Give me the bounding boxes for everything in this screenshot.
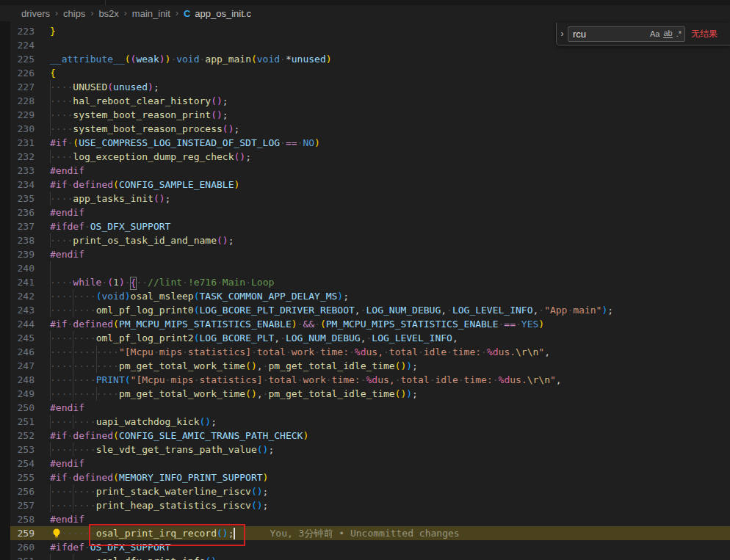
code-token: ············: [50, 388, 119, 399]
code-line[interactable]: 242········(void)osal_msleep(TASK_COMMON…: [0, 289, 730, 303]
code-token: mips: [170, 374, 193, 385]
code-line[interactable]: 254#endif: [0, 457, 730, 470]
code-token: CONFIG_SAMPLE_ENABLE: [119, 179, 234, 190]
find-input[interactable]: rcu Aa ab .*: [568, 26, 685, 42]
code-line[interactable]: 237#ifdef·OS_DFX_SUPPORT: [0, 219, 730, 233]
code-token: ·: [286, 346, 292, 357]
code-token: ····: [50, 123, 73, 134]
code-token: mips: [159, 346, 182, 357]
code-line[interactable]: 241····while·(1)·{··//lint·!e716·Main·Lo…: [0, 275, 730, 289]
editor-left-margin: [0, 21, 10, 560]
code-line[interactable]: 245········oml_pf_log_print2(LOG_BCORE_P…: [0, 331, 730, 345]
code-token: "App: [544, 305, 567, 316]
code-token: 1: [113, 277, 119, 288]
code-line[interactable]: 230····system_boot_reason_process();: [0, 122, 730, 136]
breadcrumb-item-main-init[interactable]: main_init: [132, 8, 170, 19]
code-line[interactable]: 243········oml_pf_log_print0(LOG_BCORE_P…: [0, 303, 730, 317]
code-line[interactable]: 227····UNUSED(unused);: [0, 80, 730, 94]
code-token: #endif: [50, 514, 84, 525]
code-line[interactable]: 235····app_tasks_init();: [0, 192, 730, 206]
match-case-icon[interactable]: Aa: [650, 30, 659, 38]
code-line[interactable]: 231#if·(USE_COMPRESS_LOG_INSTEAD_OF_SDT_…: [0, 136, 730, 150]
code-line[interactable]: 225__attribute__((weak))·void·app_main(v…: [0, 52, 730, 66]
code-token: {: [50, 68, 56, 79]
breadcrumb-item-file[interactable]: app_os_init.c: [195, 8, 251, 19]
code-line[interactable]: 258#endif: [0, 512, 730, 526]
code-token: #if: [50, 137, 67, 148]
code-line[interactable]: 239#endif: [0, 247, 730, 261]
code-token: ): [314, 137, 320, 148]
code-line[interactable]: 248········PRINT("[Mcpu·mips·statistics]…: [0, 373, 730, 387]
code-line[interactable]: 255#if·defined(MEMORY_INFO_PRINT_SUPPORT…: [0, 470, 730, 484]
code-editor[interactable]: 223}224225__attribute__((weak))·void·app…: [0, 21, 730, 560]
breadcrumb-item-drivers[interactable]: drivers: [21, 8, 50, 19]
find-query-text[interactable]: rcu: [573, 29, 646, 40]
code-line[interactable]: 228····hal_reboot_clear_history();: [0, 94, 730, 108]
regex-icon[interactable]: .*: [676, 30, 682, 38]
breadcrumb-item-chips[interactable]: chips: [63, 8, 85, 19]
code-token: ;: [223, 109, 228, 120]
code-token: //lint: [148, 277, 182, 288]
code-token: ··: [136, 277, 148, 288]
code-token: %d: [355, 346, 366, 357]
code-token: ;: [153, 81, 159, 92]
code-text: ····print_os_task_id_and_name();: [50, 233, 730, 247]
code-line[interactable]: 259········osal_print_irq_record();You, …: [0, 526, 730, 540]
code-line[interactable]: 226{: [0, 66, 730, 80]
code-token: ;: [412, 388, 418, 399]
breadcrumb-item-bs2x[interactable]: bs2x: [98, 8, 118, 19]
code-line[interactable]: 246············"[Mcpu·mips·statistics]·t…: [0, 345, 730, 359]
code-text: #if·defined(MEMORY_INFO_PRINT_SUPPORT): [50, 470, 730, 484]
code-token: (): [251, 486, 263, 497]
code-line[interactable]: 238····print_os_task_id_and_name();: [0, 233, 730, 247]
code-token: (: [194, 305, 200, 316]
code-text: ············"[Mcpu·mips·statistics]·tota…: [50, 345, 730, 359]
breadcrumb-separator-icon: ›: [176, 8, 178, 18]
code-line[interactable]: 252#if·defined(CONFIG_SLE_AMIC_TRANS_PAT…: [0, 429, 730, 443]
code-line[interactable]: 234#if·defined(CONFIG_SAMPLE_ENABLE): [0, 178, 730, 192]
code-line[interactable]: 244#if·defined(PM_MCPU_MIPS_STATISTICS_E…: [0, 317, 730, 331]
code-token: sle_vdt_get_trans_path_value: [96, 444, 257, 455]
code-token: OS_DFX_SUPPORT: [90, 221, 171, 232]
code-token: osal_msleep: [131, 291, 194, 302]
lightbulb-icon[interactable]: [51, 528, 62, 539]
code-token: (: [73, 137, 79, 148]
code-text: ············pm_get_total_work_time(),·pm…: [50, 387, 730, 401]
code-line[interactable]: 256········print_stack_waterline_riscv()…: [0, 484, 730, 498]
code-token: (): [234, 151, 245, 162]
code-line[interactable]: 251········uapi_watchdog_kick();: [0, 415, 730, 429]
code-token: ·: [314, 319, 320, 330]
breadcrumb: drivers › chips › bs2x › main_init › C a…: [0, 5, 730, 21]
code-token: time:: [332, 374, 361, 385]
code-line[interactable]: 236#endif: [0, 206, 730, 219]
code-line[interactable]: 261········osal_dfx_print_info();: [0, 554, 730, 560]
code-token: (): [217, 235, 228, 246]
code-line[interactable]: 260#ifdef·OS_DFX_SUPPORT: [0, 540, 730, 554]
code-token: ············: [50, 346, 119, 357]
code-line[interactable]: 240: [0, 261, 730, 275]
code-token: (: [113, 430, 119, 441]
code-token: PM_MCPU_MIPS_STATISTICS_ENABLE: [326, 319, 499, 330]
code-token: (): [153, 193, 165, 204]
find-expand-replace-chevron-icon[interactable]: ›: [557, 23, 568, 45]
code-line[interactable]: 257········print_heap_statistics_riscv()…: [0, 498, 730, 512]
code-token: system_boot_reason_process: [73, 123, 223, 134]
code-token: us.: [499, 346, 516, 357]
code-token: }: [50, 26, 56, 37]
code-line[interactable]: 232····log_exception_dump_reg_check();: [0, 150, 730, 164]
code-line[interactable]: 233#endif: [0, 164, 730, 178]
code-text: ········sle_vdt_get_trans_path_value();: [50, 443, 730, 457]
code-line[interactable]: 247············pm_get_total_work_time(),…: [0, 359, 730, 373]
whole-word-icon[interactable]: ab: [663, 29, 672, 38]
code-token: (): [251, 500, 263, 511]
code-token: osal_print_irq_record: [96, 528, 217, 539]
code-token: ·: [84, 542, 90, 553]
code-line[interactable]: 249············pm_get_total_work_time(),…: [0, 387, 730, 401]
code-token: total: [401, 374, 430, 385]
code-line[interactable]: 253········sle_vdt_get_trans_path_value(…: [0, 443, 730, 457]
code-line[interactable]: 229····system_boot_reason_print();: [0, 108, 730, 122]
code-text: ········print_stack_waterline_riscv();: [50, 484, 730, 498]
code-line[interactable]: 250#endif: [0, 401, 730, 415]
code-token: LOG_LEVEL_INFO: [372, 332, 452, 343]
code-token: (: [113, 179, 119, 190]
